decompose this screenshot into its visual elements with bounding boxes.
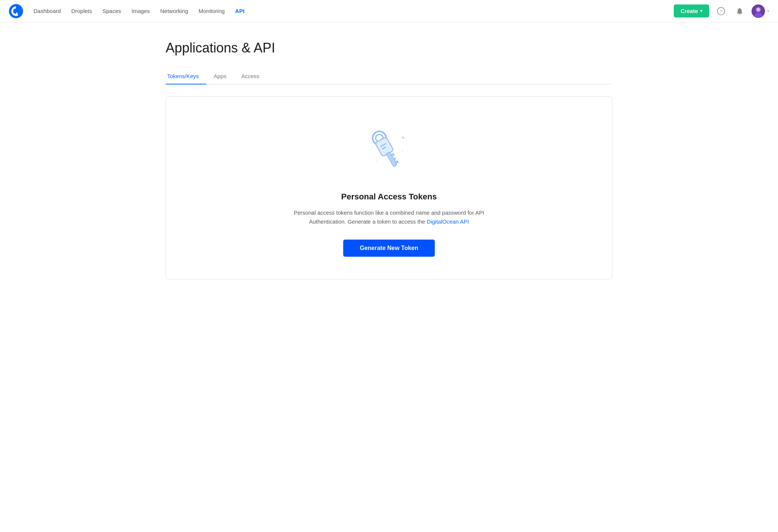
page-title: Applications & API — [166, 40, 612, 56]
svg-rect-3 — [16, 12, 17, 14]
page-content: Applications & API Tokens/Keys Apps Acce… — [151, 22, 627, 302]
api-docs-link[interactable]: DigitalOcean API — [427, 218, 469, 225]
tab-apps[interactable]: Apps — [206, 69, 234, 84]
nav-droplets[interactable]: Droplets — [71, 8, 92, 14]
svg-text:✦: ✦ — [396, 160, 399, 164]
logo[interactable] — [9, 4, 23, 18]
bell-icon — [736, 7, 744, 15]
nav-images[interactable]: Images — [131, 8, 150, 14]
generate-token-button[interactable]: Generate New Token — [343, 240, 434, 257]
svg-rect-2 — [14, 14, 16, 15]
navbar: Dashboard Droplets Spaces Images Network… — [0, 0, 778, 22]
svg-point-10 — [757, 8, 759, 10]
help-button[interactable]: ? — [714, 4, 728, 18]
tab-tokens-keys[interactable]: Tokens/Keys — [166, 69, 206, 84]
nav-spaces[interactable]: Spaces — [102, 8, 121, 14]
tab-access[interactable]: Access — [234, 69, 267, 84]
user-menu[interactable]: ▾ — [752, 4, 769, 18]
user-menu-chevron-icon: ▾ — [767, 9, 769, 13]
navbar-actions: Create ▾ ? — [674, 4, 769, 18]
nav-links: Dashboard Droplets Spaces Images Network… — [34, 8, 674, 14]
create-button[interactable]: Create ▾ — [674, 4, 709, 17]
nav-api[interactable]: API — [235, 8, 245, 14]
create-chevron-icon: ▾ — [700, 9, 702, 13]
key-illustration: ✦ ✦ • • — [359, 119, 419, 179]
svg-text:✦: ✦ — [401, 135, 405, 141]
avatar — [752, 4, 765, 18]
nav-monitoring[interactable]: Monitoring — [199, 8, 225, 14]
card-description: Personal access tokens function like a c… — [288, 208, 490, 226]
help-icon: ? — [717, 7, 725, 15]
svg-text:•: • — [402, 150, 403, 153]
nav-dashboard[interactable]: Dashboard — [34, 8, 61, 14]
notifications-button[interactable] — [733, 4, 746, 18]
nav-networking[interactable]: Networking — [160, 8, 188, 14]
svg-point-0 — [9, 4, 23, 18]
card-title: Personal Access Tokens — [341, 192, 437, 202]
svg-text:•: • — [376, 159, 377, 163]
tokens-card: ✦ ✦ • • Personal Access Tokens Personal … — [166, 96, 612, 279]
svg-rect-1 — [16, 14, 18, 16]
svg-text:?: ? — [720, 8, 722, 14]
tabs: Tokens/Keys Apps Access — [166, 69, 612, 84]
